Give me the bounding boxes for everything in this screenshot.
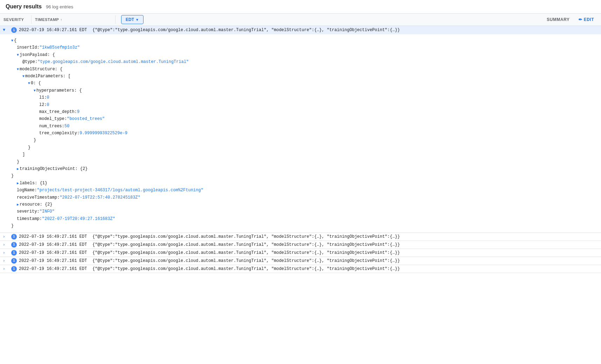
json-key: insertId: [17,44,40,51]
json-tree-line[interactable]: ▼{ [11,37,601,44]
collapsed-log-row[interactable]: › i 2022-07-19 16:49:27.161 EDT {"@type"… [0,265,601,273]
collapsed-log-row[interactable]: › i 2022-07-19 16:49:27.161 EDT {"@type"… [0,241,601,249]
json-key: jsonPayload: { [20,51,55,58]
tree-collapse-icon[interactable]: ▼ [11,38,13,44]
json-tree-line: receiveTimestamp: "2022-07-19T22:57:40.2… [11,194,601,201]
json-tree-line: } [11,222,601,229]
json-key: max_tree_depth: [39,108,77,115]
tree-collapse-icon[interactable]: ▼ [17,52,19,58]
severity-badge: i [11,250,17,256]
json-tree-line[interactable]: ▼0: { [11,80,601,87]
severity-badge: i [11,258,17,264]
tree-collapse-icon[interactable]: ▶ [17,180,19,186]
timestamp-column-header[interactable]: TIMESTAMP ↑ [32,15,116,24]
json-tree-line: max_tree_depth: 9 [11,108,601,115]
page-title: Query results [6,3,42,10]
json-tree-line: l2: 0 [11,101,601,108]
json-key: { [14,37,16,44]
json-tree-line[interactable]: ▼modelParameters: [ [11,73,601,80]
json-key: receiveTimestamp: [17,194,60,201]
edt-button[interactable]: EDT ▼ [121,15,144,24]
json-tree-line: model_type: "boosted_trees" [11,115,601,122]
json-key: trainingObjectivePoint: {2} [20,165,88,172]
expand-icon[interactable]: › [3,243,9,247]
severity-letter: i [13,243,15,247]
collapsed-rows: › i 2022-07-19 16:49:27.161 EDT {"@type"… [0,233,601,273]
log-container: ▼ i 2022-07-19 16:49:27.161 EDT {"@type"… [0,26,601,273]
json-key: modelStructure: { [20,66,62,73]
log-summary: {"@type":"type.googleapis.com/google.clo… [92,266,598,271]
tree-collapse-icon[interactable]: ▶ [17,202,19,208]
edit-button[interactable]: ✏ EDIT [575,15,597,24]
log-summary: {"@type":"type.googleapis.com/google.clo… [92,250,598,255]
json-tree-line: severity: "INFO" [11,208,601,215]
collapse-icon[interactable]: ▼ [3,28,9,33]
json-key: } [17,158,19,165]
tree-collapse-icon[interactable]: ▶ [17,166,19,172]
severity-badge: i [11,242,17,248]
json-value: "1kw85sefmp1o3z" [40,44,80,51]
severity-column-header[interactable]: SEVERITY [0,15,32,24]
json-tree-line[interactable]: ▶trainingObjectivePoint: {2} [11,165,601,172]
json-key: } [28,144,30,151]
expand-icon[interactable]: › [3,251,9,255]
json-tree-line: @type: "type.googleapis.com/google.cloud… [11,58,601,65]
log-summary: {"@type":"type.googleapis.com/google.clo… [92,234,598,239]
tree-collapse-icon[interactable]: ▼ [28,80,30,86]
json-tree-line: } [11,158,601,165]
tree-collapse-icon[interactable]: ▼ [34,88,36,94]
collapsed-log-row[interactable]: › i 2022-07-19 16:49:27.161 EDT {"@type"… [0,257,601,265]
json-key: 0: { [31,80,41,87]
severity-badge: i [11,27,17,33]
tree-collapse-icon[interactable]: ▼ [17,66,19,72]
expand-icon[interactable]: › [3,259,9,263]
expand-icon[interactable]: › [3,235,9,239]
json-key: logName: [17,187,37,194]
json-tree-line: tree_complexity: 9.99999993922529e-9 [11,130,601,137]
edit-pencil-icon: ✏ [579,17,582,22]
collapsed-log-row[interactable]: › i 2022-07-19 16:49:27.161 EDT {"@type"… [0,233,601,241]
json-key: ] [22,151,25,158]
json-tree-line[interactable]: ▼jsonPayload: { [11,51,601,58]
edit-label: EDIT [584,17,594,22]
json-key: model_type: [39,115,67,122]
json-value: 0 [47,101,49,108]
json-value: 9 [77,108,79,115]
log-timestamp: 2022-07-19 16:49:27.161 EDT [19,258,92,263]
expand-icon[interactable]: › [3,267,9,271]
edt-arrow-icon: ▼ [135,18,139,22]
edt-dropdown[interactable]: EDT ▼ [116,14,146,26]
json-key: @type: [22,58,37,65]
json-tree-line: } [11,137,601,144]
severity-letter: i [13,251,15,255]
sort-icon: ↑ [60,18,62,22]
log-count: 96 log entries [46,4,73,9]
json-key: l2: [39,101,47,108]
json-key: num_trees: [39,123,64,130]
json-tree-line[interactable]: ▼modelStructure: { [11,66,601,73]
summary-label: SUMMARY [547,17,569,22]
json-value: "2022-07-19T22:57:40.278245183Z" [60,194,140,201]
tree-collapse-icon[interactable]: ▼ [22,73,25,79]
collapsed-log-row[interactable]: › i 2022-07-19 16:49:27.161 EDT {"@type"… [0,249,601,257]
json-value: "boosted_trees" [67,115,105,122]
json-tree-line: logName: "projects/test-project-346317/l… [11,187,601,194]
log-timestamp: 2022-07-19 16:49:27.161 EDT [19,28,92,33]
json-tree-line[interactable]: ▶labels: {1} [11,180,601,187]
json-tree-line[interactable]: ▼hyperparameters: { [11,87,601,94]
expanded-row-header[interactable]: ▼ i 2022-07-19 16:49:27.161 EDT {"@type"… [0,26,601,34]
json-value: "INFO" [40,208,55,215]
json-value: "type.googleapis.com/google.cloud.automl… [37,58,189,65]
json-value: 50 [64,123,69,130]
json-value: "projects/test-project-346317/logs/autom… [37,187,203,194]
log-summary: {"@type":"type.googleapis.com/google.clo… [92,242,598,247]
json-tree-line[interactable]: ▶resource: {2} [11,201,601,208]
json-key: timestamp: [17,215,42,222]
json-key: } [11,222,14,229]
json-key: resource: {2} [20,201,53,208]
log-timestamp: 2022-07-19 16:49:27.161 EDT [19,234,92,239]
expanded-log-row: ▼ i 2022-07-19 16:49:27.161 EDT {"@type"… [0,26,601,233]
summary-button[interactable]: SUMMARY [544,15,572,24]
json-key: labels: {1} [20,180,47,187]
json-key: } [11,172,14,179]
